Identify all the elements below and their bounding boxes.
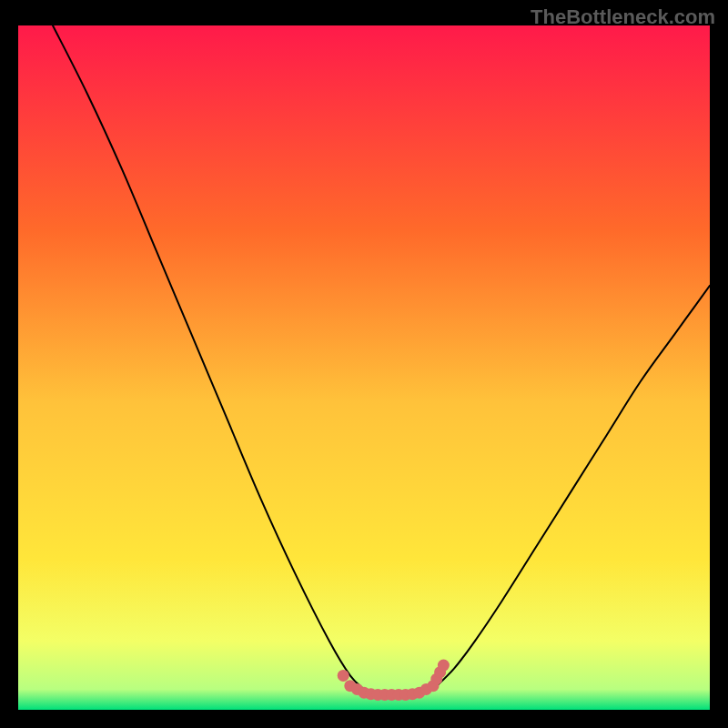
gradient-background bbox=[18, 25, 710, 710]
scatter-dot bbox=[438, 660, 450, 672]
scatter-dot bbox=[338, 670, 349, 682]
plot-area bbox=[18, 25, 710, 710]
chart-container: TheBottleneck.com bbox=[0, 0, 728, 728]
plot-svg bbox=[18, 25, 710, 710]
watermark-text: TheBottleneck.com bbox=[531, 5, 715, 29]
